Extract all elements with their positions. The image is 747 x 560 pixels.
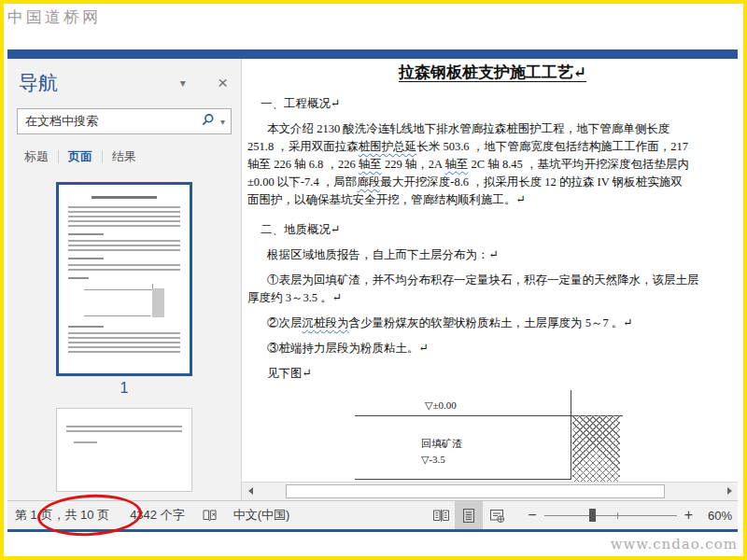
zoom-in-button[interactable]: +: [681, 509, 697, 522]
diagram-bottom-level-label: ▽-3.5: [421, 454, 445, 466]
document-line: 根据区域地质报告，自上而下土层分布为：↵: [247, 246, 738, 264]
zoom-controls: − + 60%: [524, 508, 732, 523]
page-thumbnail-1-selected[interactable]: [56, 182, 192, 376]
view-switcher: [427, 501, 511, 529]
zoom-out-button[interactable]: −: [524, 509, 540, 522]
document-line: 二、地质概况↵: [247, 221, 738, 239]
word-window: 导航 ▾ × 在文档中搜索 ▾ 标题: [7, 49, 738, 532]
horizontal-scrollbar[interactable]: [242, 482, 738, 500]
document-search-box[interactable]: 在文档中搜索 ▾: [17, 108, 232, 134]
thumbnail-diagram: [68, 284, 180, 321]
scroll-right-arrow-icon[interactable]: [722, 483, 738, 499]
status-bar: 第 1 页，共 10 页 4342 个字 中文(中国): [7, 500, 738, 529]
page-thumbnails-list: 1: [7, 167, 241, 500]
diagram-layer-line: [355, 479, 571, 480]
read-mode-button[interactable]: [427, 501, 455, 529]
document-line: 厚度约 3～3.5 。↵: [247, 289, 738, 307]
diagram-hatched-column: [572, 415, 620, 482]
document-page[interactable]: 拉森钢板桩支护施工工艺↵ 一、工程概况↵本文介绍 2130 酸洗冷连轧线地下排水…: [242, 59, 738, 482]
web-layout-button[interactable]: [483, 501, 511, 529]
navigation-pane: 导航 ▾ × 在文档中搜索 ▾ 标题: [7, 59, 242, 500]
zoom-slider[interactable]: [544, 508, 677, 523]
document-line: 面围护，以确保基坑安全开挖，管廊结构顺利施工。↵: [247, 191, 738, 209]
navigation-pane-title: 导航: [19, 70, 58, 96]
search-icon[interactable]: [201, 113, 215, 131]
search-input[interactable]: 在文档中搜索: [25, 113, 201, 130]
page-thumbnail-2[interactable]: [56, 408, 192, 492]
scroll-left-arrow-icon[interactable]: [242, 483, 258, 499]
document-area: 拉森钢板桩支护施工工艺↵ 一、工程概况↵本文介绍 2130 酸洗冷连轧线地下排水…: [242, 59, 738, 500]
navigation-close-icon[interactable]: ×: [218, 77, 228, 90]
site-watermark-top: 中国道桥网: [7, 7, 101, 28]
proofing-errors-icon[interactable]: [202, 509, 218, 523]
search-options-chevron-down-icon[interactable]: ▾: [220, 117, 225, 127]
diagram-fill-label: 回填矿渣: [421, 437, 462, 451]
navigation-tabs: 标题 页面 结果: [19, 147, 241, 167]
soil-profile-diagram: ▽±0.00 回填矿渣 ▽-3.5: [247, 388, 738, 482]
navigation-header: 导航 ▾ ×: [7, 59, 241, 96]
document-title: 拉森钢板桩支护施工工艺↵: [247, 62, 738, 83]
document-line: ③桩端持力层段为粉质粘土。↵: [247, 340, 738, 357]
document-line: 轴至 226 轴 6.8 ，226 轴至 229 轴，2A 轴至 2C 轴 8.…: [247, 156, 738, 174]
tab-results[interactable]: 结果: [103, 147, 146, 167]
diagram-pile-line: [571, 390, 571, 480]
window-title-bar: [7, 49, 738, 59]
page-thumbnail-1-number: 1: [56, 380, 192, 397]
diagram-top-level-label: ▽±0.00: [425, 399, 457, 412]
tab-pages[interactable]: 页面: [59, 147, 102, 167]
document-line: 本文介绍 2130 酸洗冷连轧线地下排水管廊拉森桩围护工程，地下管廊单侧长度: [247, 120, 738, 138]
document-line: ±0.00 以下-7.4 ，局部廊段最大开挖深度-8.6 ，拟采用长度 12 的…: [247, 174, 738, 191]
tab-headings[interactable]: 标题: [19, 147, 58, 167]
screenshot-frame: 中国道桥网 导航 ▾ × 在文档中搜索: [0, 0, 747, 560]
document-line: ①表层为回填矿渣，并不均分布积存一定量块石，积存一定量的天然降水，该层土层: [247, 272, 738, 289]
document-line: 一、工程概况↵: [247, 95, 738, 113]
horizontal-scrollbar-thumb[interactable]: [286, 484, 665, 498]
zoom-slider-thumb[interactable]: [589, 509, 596, 522]
page-number-indicator[interactable]: 第 1 页，共 10 页: [15, 507, 109, 524]
document-line: ②次层沉桩段为含少量粉煤灰的软塑状粉质粘土，土层厚度为 5～7 。↵: [247, 315, 738, 332]
document-body-text: 一、工程概况↵本文介绍 2130 酸洗冷连轧线地下排水管廊拉森桩围护工程，地下管…: [247, 95, 738, 383]
window-body: 导航 ▾ × 在文档中搜索 ▾ 标题: [7, 59, 738, 500]
document-line: 见下图↵: [247, 365, 738, 383]
document-line: 251.8 ，采用双面拉森桩围护总延长米 503.6 ，地下管廊宽度包括结构施工…: [247, 138, 738, 156]
zoom-slider-detent: [617, 512, 618, 519]
navigation-options-chevron-down-icon[interactable]: ▾: [180, 77, 186, 90]
window-bottom-edge: [7, 529, 738, 532]
zoom-slider-track[interactable]: [544, 515, 677, 516]
word-count-indicator[interactable]: 4342 个字: [130, 507, 185, 524]
site-watermark-bottom: www.cndao.com: [611, 536, 738, 553]
language-indicator[interactable]: 中文(中国): [233, 507, 290, 524]
zoom-level-indicator[interactable]: 60%: [697, 509, 732, 523]
print-layout-button[interactable]: [455, 501, 483, 529]
